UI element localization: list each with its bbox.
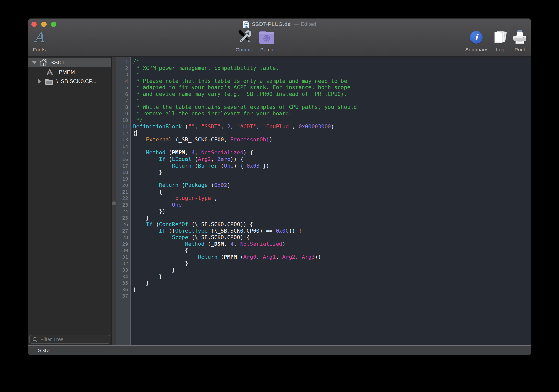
tree-item-ssdt[interactable]: SSDT xyxy=(28,58,111,67)
tree-item-label: SSDT xyxy=(50,60,65,66)
chevron-right-icon[interactable] xyxy=(38,79,41,84)
code-line[interactable]: /* xyxy=(133,58,531,65)
code-line[interactable] xyxy=(133,143,531,150)
code-line[interactable]: } xyxy=(133,215,531,221)
code-line[interactable]: * XCPM power management compatibility ta… xyxy=(133,65,531,72)
status-text: SSDT xyxy=(38,347,52,353)
code-line[interactable]: If ((ObjectType (\_SB.SCK0.CP00) == 0x0C… xyxy=(133,228,531,234)
code-line[interactable]: * remove all the ones irrelevant for you… xyxy=(133,110,531,117)
code-line[interactable]: * Please note that this table is only a … xyxy=(133,78,531,85)
sidebar: SSDT PMPM xyxy=(28,57,111,345)
code-line[interactable] xyxy=(133,176,531,182)
chevron-down-icon[interactable] xyxy=(32,61,37,64)
print-icon xyxy=(512,29,527,45)
toolbar: DSL SSDT-PLUG.dsl — Edited A Fonts Compi… xyxy=(28,19,531,57)
code-line[interactable]: Return (PMPM (Arg0, Arg1, Arg2, Arg3)) xyxy=(133,254,531,260)
code-line[interactable]: Scope (\_SB.SCK0.CP00) { xyxy=(133,234,531,241)
tree-item-pmpm[interactable]: PMPM xyxy=(28,67,111,77)
patch-icon xyxy=(259,29,275,45)
pane-splitter[interactable] xyxy=(111,57,116,345)
summary-button[interactable]: i Summary xyxy=(463,29,490,52)
window-title-edited: — Edited xyxy=(294,21,316,27)
code-line[interactable]: } xyxy=(133,280,531,286)
code-line[interactable]: External (_SB_.SCK0.CP00, ProcessorObj) xyxy=(133,136,531,143)
splitter-handle-icon[interactable] xyxy=(112,201,116,205)
info-icon: i xyxy=(470,29,483,45)
line-numbers: 1234567891011121314151617181920212223242… xyxy=(116,57,131,345)
code-line[interactable]: } xyxy=(133,267,531,273)
window-title: SSDT-PLUG.dsl xyxy=(252,21,292,27)
code-line[interactable]: { xyxy=(133,189,531,195)
code-line[interactable]: If (LEqual (Arg2, Zero)) { xyxy=(133,156,531,163)
tree-item-label: PMPM xyxy=(59,69,75,75)
method-icon xyxy=(46,69,53,75)
code-line[interactable]: { xyxy=(133,130,531,137)
code-line[interactable]: Method (_DSM, 4, NotSerialized) xyxy=(133,241,531,247)
code-line[interactable]: * and device name may vary (e.g. _SB_.PR… xyxy=(133,91,531,98)
fonts-icon: A xyxy=(34,29,44,45)
code-editor[interactable]: /* * XCPM power management compatibility… xyxy=(131,57,531,345)
tree: SSDT PMPM xyxy=(28,57,111,86)
code-line[interactable]: * While the table contains several examp… xyxy=(133,104,531,110)
code-line[interactable] xyxy=(133,293,531,299)
code-line[interactable]: * xyxy=(133,98,531,104)
code-line[interactable]: DefinitionBlock ("", "SSDT", 2, "ACDT", … xyxy=(133,123,531,130)
tree-item-label: \_SB.SCK0.CP... xyxy=(56,78,96,85)
code-line[interactable]: { xyxy=(133,247,531,254)
code-line[interactable]: } xyxy=(133,273,531,280)
compile-icon xyxy=(237,29,253,45)
code-line[interactable]: If (CondRefOf (\_SB.SCK0.CP00)) { xyxy=(133,221,531,228)
print-button[interactable]: Print xyxy=(506,29,531,52)
code-line[interactable]: Method (PMPM, 4, NotSerialized) { xyxy=(133,149,531,156)
log-icon xyxy=(493,29,508,45)
main-content: SSDT PMPM xyxy=(28,57,531,345)
code-line[interactable]: "plugin-type", xyxy=(133,195,531,202)
folder-icon xyxy=(45,78,53,85)
code-line[interactable]: Return (Package (0x02) xyxy=(133,182,531,189)
window: DSL SSDT-PLUG.dsl — Edited A Fonts Compi… xyxy=(28,19,531,355)
code-line[interactable]: Return (Buffer (One) { 0x03 }) xyxy=(133,163,531,169)
code-line[interactable]: One xyxy=(133,202,531,208)
home-icon xyxy=(39,59,48,67)
filter-input[interactable] xyxy=(29,335,110,344)
tree-item-sb-sck0[interactable]: \_SB.SCK0.CP... xyxy=(28,77,111,86)
code-line[interactable]: * adapted to fit your board's ACPI stack… xyxy=(133,84,531,91)
code-line[interactable]: } xyxy=(133,260,531,267)
code-line[interactable]: */ xyxy=(133,117,531,123)
patch-button[interactable]: Patch xyxy=(253,29,280,52)
code-line[interactable]: } xyxy=(133,286,531,293)
status-bar: SSDT xyxy=(28,345,531,355)
text-cursor xyxy=(136,130,137,136)
document-icon: DSL xyxy=(243,21,249,28)
code-line[interactable]: * xyxy=(133,71,531,78)
titlebar: DSL SSDT-PLUG.dsl — Edited xyxy=(28,19,531,30)
code-line[interactable]: } xyxy=(133,169,531,176)
code-line[interactable]: }) xyxy=(133,208,531,215)
code-content[interactable]: /* * XCPM power management compatibility… xyxy=(133,58,531,299)
fonts-button[interactable]: A Fonts xyxy=(28,29,53,52)
